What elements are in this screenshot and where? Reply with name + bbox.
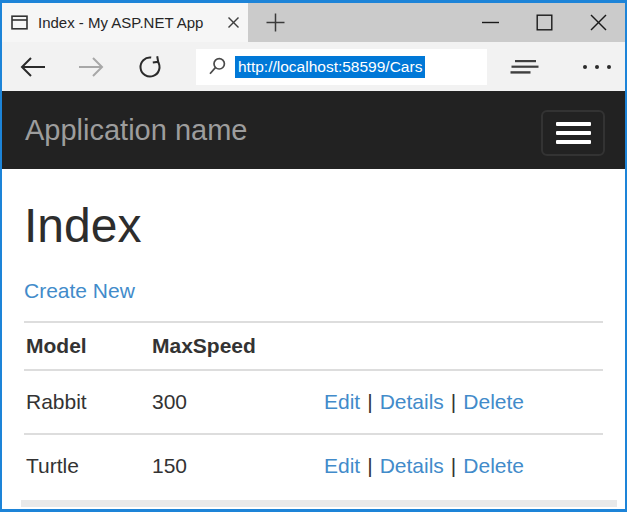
cars-table: Model MaxSpeed Rabbit 300 Edit|Details|D… <box>24 321 603 497</box>
hamburger-icon <box>556 140 591 144</box>
table-row: Rabbit 300 Edit|Details|Delete <box>24 370 603 434</box>
column-header-actions <box>322 322 603 370</box>
link-separator: | <box>451 454 456 477</box>
delete-link[interactable]: Delete <box>463 390 524 413</box>
cell-maxspeed: 300 <box>150 370 322 434</box>
back-button[interactable] <box>13 47 53 87</box>
refresh-icon <box>137 54 163 80</box>
titlebar: Index - My ASP.NET App <box>2 3 625 42</box>
url-input[interactable]: http://localhost:58599/Cars <box>235 56 425 78</box>
maximize-button[interactable] <box>517 3 571 42</box>
table-row: Turtle 150 Edit|Details|Delete <box>24 434 603 497</box>
site-navbar: Application name <box>2 91 625 169</box>
hamburger-icon <box>556 122 591 126</box>
details-link[interactable]: Details <box>380 454 444 477</box>
cell-actions: Edit|Details|Delete <box>322 434 603 497</box>
table-header-row: Model MaxSpeed <box>24 322 603 370</box>
new-tab-button[interactable] <box>248 3 302 42</box>
refresh-button[interactable] <box>130 47 170 87</box>
close-icon <box>589 13 608 32</box>
hub-lines-icon <box>510 58 540 76</box>
column-header-model: Model <box>24 322 150 370</box>
tab-close-icon[interactable] <box>218 3 248 42</box>
cell-model: Rabbit <box>24 370 150 434</box>
minimize-button[interactable] <box>463 3 517 42</box>
horizontal-scrollbar[interactable] <box>21 500 617 507</box>
cell-maxspeed: 150 <box>150 434 322 497</box>
page-content: Index Create New Model MaxSpeed Rabbit 3… <box>2 200 625 497</box>
link-separator: | <box>451 390 456 413</box>
forward-arrow-icon <box>77 55 105 79</box>
search-icon <box>208 57 227 76</box>
browser-toolbar: http://localhost:58599/Cars <box>2 42 625 91</box>
hamburger-icon <box>556 131 591 135</box>
close-window-button[interactable] <box>571 3 625 42</box>
edit-link[interactable]: Edit <box>324 454 360 477</box>
navbar-brand-link[interactable]: Application name <box>25 91 247 169</box>
delete-link[interactable]: Delete <box>463 454 524 477</box>
page-title: Index <box>24 200 603 252</box>
page-favicon-icon <box>11 15 28 30</box>
link-separator: | <box>367 390 372 413</box>
hub-button[interactable] <box>505 47 545 87</box>
more-actions-button[interactable] <box>577 47 617 87</box>
plus-icon <box>266 13 285 32</box>
forward-button[interactable] <box>71 47 111 87</box>
ellipsis-icon <box>582 64 612 70</box>
cell-model: Turtle <box>24 434 150 497</box>
browser-tab[interactable]: Index - My ASP.NET App <box>2 3 248 42</box>
link-separator: | <box>367 454 372 477</box>
cell-actions: Edit|Details|Delete <box>322 370 603 434</box>
minimize-icon <box>481 13 500 32</box>
details-link[interactable]: Details <box>380 390 444 413</box>
tab-title: Index - My ASP.NET App <box>38 14 218 31</box>
window-controls <box>463 3 625 42</box>
address-bar[interactable]: http://localhost:58599/Cars <box>196 49 487 85</box>
maximize-icon <box>535 13 554 32</box>
back-arrow-icon <box>19 55 47 79</box>
navbar-toggle-button[interactable] <box>541 110 605 156</box>
edit-link[interactable]: Edit <box>324 390 360 413</box>
create-new-link[interactable]: Create New <box>24 279 135 303</box>
browser-window: Index - My ASP.NET App <box>0 0 627 512</box>
column-header-maxspeed: MaxSpeed <box>150 322 322 370</box>
